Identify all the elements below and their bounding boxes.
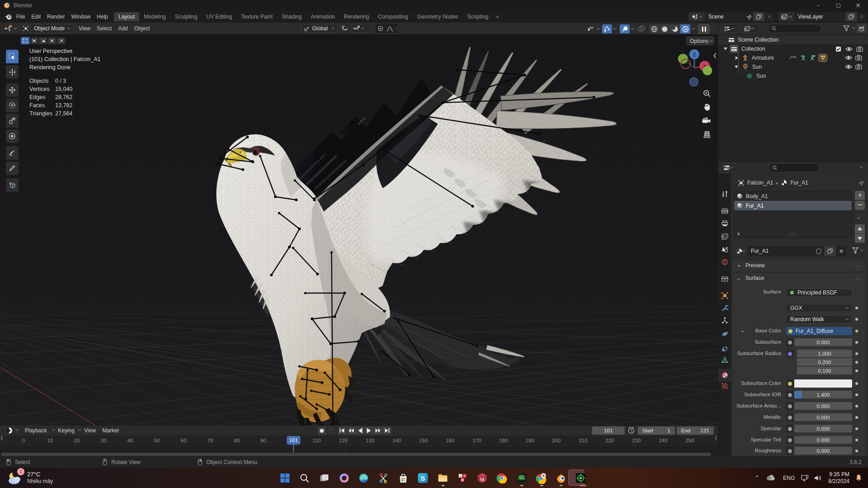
svg-text:U: U	[459, 474, 461, 478]
svg-text:M: M	[480, 477, 485, 482]
svg-text:S: S	[421, 474, 425, 482]
svg-text:R: R	[461, 479, 464, 482]
svg-text:I: I	[464, 474, 465, 478]
